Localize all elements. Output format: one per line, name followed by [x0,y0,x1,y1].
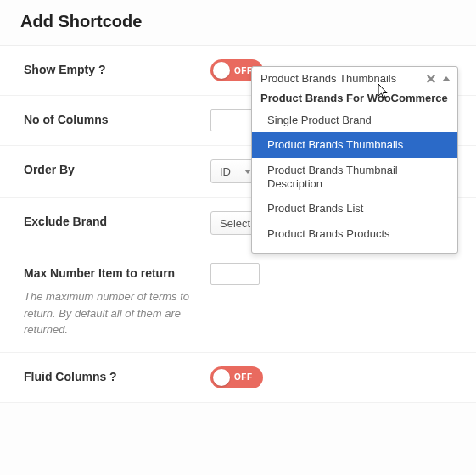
page-header: Add Shortcode [0,0,476,46]
dropdown-option[interactable]: Product Brands List [252,196,457,221]
row-fluid-columns: Fluid Columns ? OFF [0,353,476,403]
toggle-state-label: OFF [234,372,253,382]
max-return-input[interactable] [210,263,260,285]
row-max-return: Max Number Item to return The maximum nu… [0,249,476,353]
dropdown-header: Product Brands Thumbnails [252,67,457,88]
max-return-desc: The maximum number of terms to return. B… [24,288,210,338]
dropdown-body: Product Brands For WooCommerce Single Pr… [252,88,457,253]
dropdown-current-value: Product Brands Thumbnails [260,72,425,85]
toggle-knob [213,62,230,79]
label-max-return: Max Number Item to return The maximum nu… [24,263,210,338]
label-fluid-columns: Fluid Columns ? [24,366,210,383]
toggle-state-label: OFF [234,66,253,75]
shortcode-select-dropdown[interactable]: Product Brands Thumbnails Product Brands… [251,66,458,254]
dropdown-option[interactable]: Single Product Brand [252,108,457,133]
order-by-value: ID [220,165,231,178]
page-title: Add Shortcode [20,12,456,31]
collapse-icon[interactable] [442,76,451,81]
dropdown-option[interactable]: Product Brands Products [252,221,457,247]
dropdown-group-label: Product Brands For WooCommerce [252,88,457,108]
label-exclude-brand: Exclude Brand [24,211,210,228]
close-icon[interactable] [425,73,437,85]
fluid-columns-toggle[interactable]: OFF [210,366,263,388]
label-order-by: Order By [24,159,210,176]
label-max-return-text: Max Number Item to return [24,266,175,280]
label-columns: No of Columns [24,109,210,126]
dropdown-option[interactable]: Product Brands Thumbnails [252,132,457,158]
dropdown-option[interactable]: Product Brands Thumbnail Description [252,158,457,196]
label-show-empty: Show Empty ? [24,59,210,76]
toggle-knob [213,369,230,386]
